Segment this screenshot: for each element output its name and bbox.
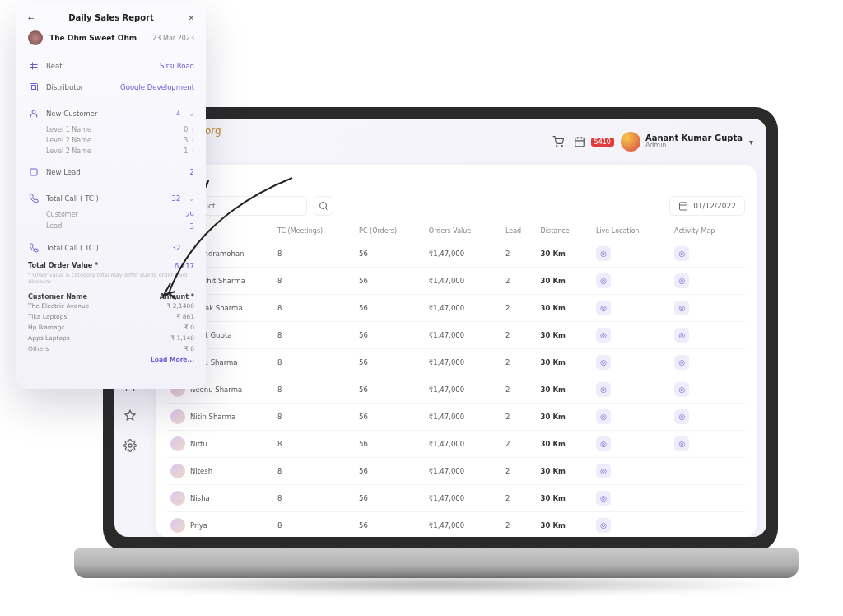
customer-amount: ₹ 0 (184, 324, 194, 331)
cell-pc: 56 (356, 512, 426, 538)
cell-distance: 30 Km (538, 322, 593, 349)
svg-point-1 (561, 146, 562, 147)
cell-pc: 56 (356, 458, 426, 485)
cell-tc: 8 (274, 268, 356, 295)
user-avatar (621, 132, 640, 152)
cell-distance: 30 Km (538, 349, 593, 376)
level-label: Level 2 Name (46, 137, 91, 144)
settings-icon[interactable] (123, 438, 137, 453)
customer-row[interactable]: The Electric Avenue₹ 2,1400 (28, 301, 194, 311)
live-location-button[interactable]: ◎ (596, 436, 611, 451)
calendar-shortcut-icon[interactable] (573, 135, 586, 148)
live-location-button[interactable]: ◎ (596, 491, 611, 506)
cell-pc: 56 (356, 322, 426, 349)
total-call-label-2: Total Call ( TC ) (46, 244, 165, 252)
live-location-button[interactable]: ◎ (596, 464, 611, 478)
live-location-button[interactable]: ◎ (596, 518, 611, 533)
table-row[interactable]: Priya 8 56 ₹1,47,000 2 30 Km ◎ (167, 512, 745, 538)
cell-lead: 2 (502, 322, 538, 349)
chevron-down-icon: ⌄ (189, 245, 194, 252)
topbar-icons: 5410 (552, 135, 614, 148)
employee-avatar (170, 436, 185, 451)
phone-user-row: The Ohm Sweet Ohm 23 Mar 2023 (28, 30, 194, 45)
cell-lead: 2 (502, 240, 538, 268)
disclaimer: * Order value & category total may diffe… (28, 272, 194, 285)
svg-rect-13 (680, 203, 687, 210)
employee-name: Nitin Sharma (190, 413, 235, 421)
cell-distance: 30 Km (538, 431, 593, 458)
customer-row[interactable]: Apps Laptops₹ 1,140 (28, 333, 194, 343)
level-row[interactable]: Level 1 Name0 › (28, 124, 194, 135)
activity-map-button[interactable]: ◎ (674, 355, 689, 370)
total-call-row[interactable]: Total Call ( TC ) 32⌄ (28, 188, 194, 209)
live-location-button[interactable]: ◎ (596, 409, 611, 424)
cell-pc: 56 (356, 485, 426, 512)
load-more-link[interactable]: Load More... (28, 356, 194, 363)
total-order-value: 6,217 (175, 262, 194, 270)
customer-row[interactable]: Hp Ikamagc₹ 0 (28, 322, 194, 333)
phone-header: ← Daily Sales Report ✕ (28, 13, 194, 22)
new-lead-row[interactable]: New Lead 2 (28, 161, 194, 183)
notification-badge[interactable]: 5410 (591, 138, 614, 147)
cell-orders: ₹1,47,000 (426, 240, 502, 268)
cell-orders: ₹1,47,000 (426, 322, 502, 349)
svg-rect-18 (32, 86, 36, 90)
cell-tc: 8 (274, 376, 356, 404)
table-row[interactable]: Nisha 8 56 ₹1,47,000 2 30 Km ◎ (167, 485, 745, 512)
laptop-shadow (74, 575, 799, 595)
activity-map-button[interactable]: ◎ (674, 246, 689, 261)
beat-row[interactable]: Beat Sirsi Road (28, 55, 194, 77)
cell-orders: ₹1,47,000 (426, 485, 502, 512)
table-row[interactable]: Annu Sharma 8 56 ₹1,47,000 2 30 Km ◎ ◎ (167, 349, 745, 376)
table-row[interactable]: Rakshit Sharma 8 56 ₹1,47,000 2 30 Km ◎ … (167, 268, 745, 295)
total-call-row-2[interactable]: Total Call ( TC ) 32⌄ (28, 237, 194, 259)
user-menu[interactable]: Aanant Kumar Gupta Admin ▾ (621, 132, 753, 152)
beat-value: Sirsi Road (160, 62, 194, 70)
activity-map-button[interactable]: ◎ (674, 328, 689, 343)
cell-lead: 2 (502, 512, 538, 538)
live-location-button[interactable]: ◎ (596, 301, 611, 315)
cell-tc: 8 (274, 240, 356, 268)
activity-map-button[interactable]: ◎ (674, 436, 689, 451)
table-row[interactable]: Mehak Sharma 8 56 ₹1,47,000 2 30 Km ◎ ◎ (167, 295, 745, 322)
activity-map-button[interactable]: ◎ (674, 382, 689, 397)
table-row[interactable]: Nitin Sharma 8 56 ₹1,47,000 2 30 Km ◎ ◎ (167, 404, 745, 431)
new-customer-row[interactable]: New Customer 4⌄ (28, 103, 194, 124)
level-row[interactable]: Level 2 Name1 › (28, 146, 194, 156)
employee-name: Nisha (190, 494, 210, 502)
cust-name-header: Customer Name (28, 293, 87, 301)
live-location-button[interactable]: ◎ (596, 328, 611, 343)
activity-map-button[interactable]: ◎ (674, 409, 689, 424)
live-location-button[interactable]: ◎ (596, 355, 611, 370)
customer-row[interactable]: Tika Laptops₹ 861 (28, 311, 194, 322)
close-icon[interactable]: ✕ (188, 14, 194, 22)
cell-distance: 30 Km (538, 458, 593, 485)
cell-pc: 56 (356, 240, 426, 268)
live-location-button[interactable]: ◎ (596, 273, 611, 288)
distributor-row[interactable]: Distributor Google Development (28, 77, 194, 98)
activity-map-button[interactable]: ◎ (674, 301, 689, 315)
nav-icon-3[interactable] (123, 408, 137, 423)
table-row[interactable]: Chandramohan 8 56 ₹1,47,000 2 30 Km ◎ ◎ (167, 240, 745, 268)
calendar-icon (678, 201, 688, 211)
search-button[interactable] (314, 196, 333, 216)
back-icon[interactable]: ← (28, 14, 35, 22)
cart-icon[interactable] (552, 135, 565, 148)
customer-name: Tika Laptops (28, 313, 67, 320)
distributor-value: Google Development (120, 83, 194, 91)
table-row[interactable]: Ankit Gupta 8 56 ₹1,47,000 2 30 Km ◎ ◎ (167, 322, 745, 349)
date-picker[interactable]: 01/12/2022 (669, 196, 745, 216)
live-location-button[interactable]: ◎ (596, 382, 611, 397)
cell-orders: ₹1,47,000 (426, 458, 502, 485)
level-row[interactable]: Level 2 Name3 › (28, 135, 194, 146)
table-row[interactable]: Nittu 8 56 ₹1,47,000 2 30 Km ◎ ◎ (167, 431, 745, 458)
table-row[interactable]: Neenu Sharma 8 56 ₹1,47,000 2 30 Km ◎ ◎ (167, 376, 745, 404)
table-row[interactable]: Nitesh 8 56 ₹1,47,000 2 30 Km ◎ (167, 458, 745, 485)
cust-amount-header: Amount * (160, 293, 194, 301)
employee-name: Nittu (190, 440, 207, 448)
customer-row[interactable]: Others₹ 0 (28, 343, 194, 354)
total-order-label: Total Order Value * (28, 262, 98, 270)
cell-lead: 2 (502, 349, 538, 376)
activity-map-button[interactable]: ◎ (674, 273, 689, 288)
live-location-button[interactable]: ◎ (596, 246, 611, 261)
